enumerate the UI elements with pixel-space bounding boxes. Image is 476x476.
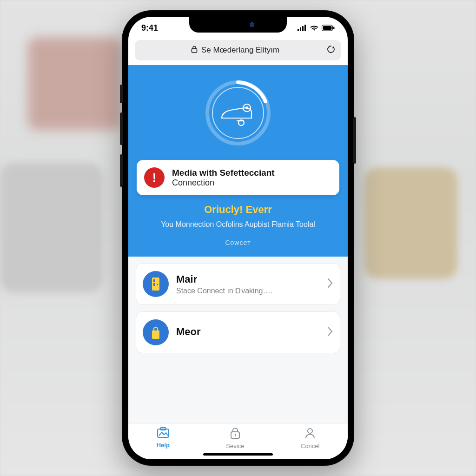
svg-point-20 [308,429,312,433]
status-time: 9:41 [141,23,158,33]
svg-rect-1 [300,27,301,31]
alert-subtitle: Connection [172,178,275,188]
tab-label: Concel [301,443,319,450]
svg-rect-2 [302,26,304,31]
tab-bar: Help Sevice Concel [128,423,348,459]
chevron-right-icon [327,278,333,290]
content-list: Mair Stace Connect ın Ɒvaking…. Meor [128,257,348,423]
svg-rect-14 [153,283,155,286]
promo-headline: Oriucly! Everr [137,204,339,216]
home-indicator[interactable] [203,453,273,456]
svg-rect-6 [333,27,335,29]
cellular-signal-icon [298,25,307,31]
svg-rect-19 [235,434,236,436]
promo-cancel-link[interactable]: Cowceт [137,239,339,246]
wifi-icon [310,25,319,31]
tab-sevice[interactable]: Sevice [226,427,244,450]
svg-rect-7 [192,48,197,53]
person-icon [304,427,316,441]
bag-icon [143,319,169,345]
list-item[interactable]: Mair Stace Connect ın Ɒvaking…. [136,263,340,305]
alert-title: Media with Sefettecciant [172,168,275,178]
lock-icon [230,427,241,441]
alert-exclamation-icon: ! [144,167,165,188]
browser-url-bar[interactable]: Se Mœderlang Elityım [135,40,341,60]
progress-ring [203,78,273,148]
list-item-title: Meor [176,326,319,338]
svg-rect-5 [323,26,332,30]
door-icon [143,271,169,297]
car-icon [218,98,258,128]
list-item-subtitle: Stace Connect ın Ɒvaking…. [176,286,319,295]
alert-card[interactable]: ! Media with Sefettecciant Connection [137,160,339,195]
tab-concel[interactable]: Concel [301,427,319,450]
phone-frame: 9:41 Se Mœder [122,10,354,466]
svg-rect-13 [153,279,155,282]
lock-icon [191,46,198,55]
svg-point-10 [245,106,248,109]
tab-label: Help [157,442,170,449]
svg-rect-0 [298,29,299,31]
chevron-right-icon [327,326,333,338]
hero-section: ! Media with Sefettecciant Connection Or… [128,65,348,257]
battery-icon [322,25,335,31]
picture-icon [157,427,170,440]
svg-rect-12 [152,278,159,291]
promo-subline: You Monnection Ocfolins Aupbist Flamia T… [137,220,339,229]
url-text: Se Mœderlang Elityım [201,46,279,55]
list-item[interactable]: Meor [136,311,340,353]
tab-label: Sevice [226,443,244,450]
tab-help[interactable]: Help [157,427,170,449]
list-item-title: Mair [176,273,319,285]
svg-rect-3 [304,25,306,31]
device-notch [189,17,287,33]
refresh-icon[interactable] [326,45,336,56]
svg-point-15 [157,284,159,285]
